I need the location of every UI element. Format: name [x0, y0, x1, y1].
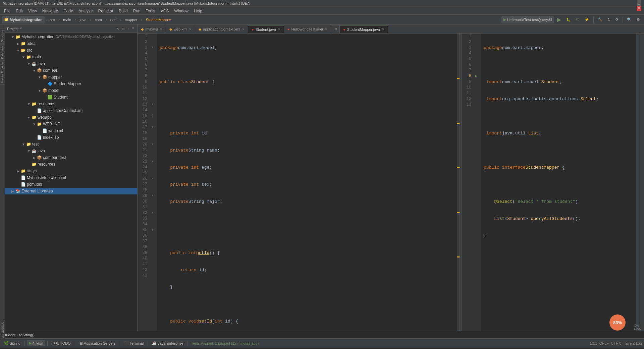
maven-tab[interactable]: Maven Projects	[0, 61, 5, 85]
tab-web-xml[interactable]: ◆ web.xml ✕	[166, 25, 195, 33]
tab-student-mapper[interactable]: ● StudentMapper.java ✕	[340, 25, 388, 33]
tree-item-model[interactable]: ▼ 📦 model	[5, 87, 137, 94]
tab-student-mapper-close[interactable]: ✕	[382, 27, 384, 31]
app-servers-btn[interactable]: 🖥 Application Servers	[77, 341, 118, 346]
tree-item-test-resources[interactable]: 📁 resources	[5, 161, 137, 168]
split-panel-btn[interactable]: ⊞	[332, 25, 340, 33]
java-enterprise-btn[interactable]: ☕ Java Enterprise	[150, 340, 185, 346]
tree-item-idea[interactable]: ▶ 📁 .idea	[5, 40, 137, 47]
menu-window[interactable]: Window	[171, 8, 191, 14]
debug-button[interactable]: 🐛	[564, 16, 573, 23]
tab-student-java[interactable]: ● Student.java ✕	[248, 25, 284, 33]
menu-code[interactable]: Code	[61, 8, 76, 14]
update-button[interactable]: ↻	[605, 16, 612, 23]
nav-java[interactable]: java	[77, 16, 88, 23]
nav-com[interactable]: com	[93, 16, 104, 23]
nav-studentmapper[interactable]: StudentMapper	[144, 16, 173, 23]
position-status[interactable]: 13:1	[590, 341, 597, 345]
coverage-button[interactable]: 🛡	[574, 16, 582, 23]
menu-tools[interactable]: Tools	[143, 8, 158, 14]
menu-vcs[interactable]: VCS	[158, 8, 172, 14]
tree-item-com-earl-test[interactable]: ▶ 📦 com.earl.test	[5, 154, 137, 161]
tree-item-root[interactable]: ▼ 📁 MybatisIntegration DA\项目\IntelliJIDE…	[5, 34, 137, 40]
build-button[interactable]: 🔨	[596, 16, 604, 23]
database-tab[interactable]: Database	[0, 44, 5, 61]
tree-item-index-jsp[interactable]: 📄 index.jsp	[5, 134, 137, 141]
right-code-content[interactable]: package com.earl.mapper; import com.earl…	[481, 34, 636, 331]
tree-item-student-mapper[interactable]: 🔷 StudentMapper	[5, 80, 137, 87]
run-status-btn[interactable]: ▶ 4: Run	[27, 340, 45, 346]
nav-mapper[interactable]: mapper	[123, 16, 139, 23]
menu-analyze[interactable]: Analyze	[76, 8, 96, 14]
tab-student-java-close[interactable]: ✕	[278, 27, 280, 31]
fold-icon-28[interactable]: ▼	[152, 176, 153, 182]
event-log-btn[interactable]: Event Log	[625, 341, 642, 345]
settings-button[interactable]: ⚙	[635, 16, 642, 23]
tree-item-src[interactable]: ▼ 📂 src	[5, 47, 137, 54]
tab-mybatis[interactable]: ◆ mybatis ✕	[138, 25, 166, 33]
profile-button[interactable]: ⚡	[583, 16, 591, 23]
maximize-button[interactable]: □	[637, 1, 641, 6]
tab-helloworld-close[interactable]: ✕	[325, 27, 327, 31]
tree-item-java[interactable]: ▼ ☕ java	[5, 60, 137, 67]
breadcrumb-tostring[interactable]: toString()	[19, 333, 35, 337]
tree-item-main[interactable]: ▼ 📁 main	[5, 54, 137, 60]
project-dropdown-arrow[interactable]: ▼	[20, 27, 22, 31]
tree-item-target[interactable]: ▶ 📁 target	[5, 168, 137, 174]
menu-view[interactable]: View	[25, 8, 40, 14]
tree-item-pom[interactable]: 📄 pom.xml	[5, 181, 137, 188]
fold-icon-17[interactable]: ▼	[152, 125, 153, 130]
todo-status-btn[interactable]: ☑ 6: TODO	[50, 340, 73, 346]
tree-item-web-xml[interactable]: 📄 web.xml	[5, 127, 137, 134]
tree-item-student[interactable]: 🟩 Student	[5, 94, 137, 101]
tree-item-iml[interactable]: 📄 MybatisIntegration.iml	[5, 174, 137, 181]
spring-status-btn[interactable]: 🌿 Spring	[2, 340, 22, 346]
fold-icon-24[interactable]: ▼	[152, 159, 153, 165]
tree-item-com-earl[interactable]: ▼ 📦 com.earl	[5, 67, 137, 74]
fold-icon-13[interactable]: ▼	[152, 102, 153, 108]
tab-app-ctx[interactable]: ◆ applicationContext.xml ✕	[195, 25, 248, 33]
line-ending-status[interactable]: CRLF	[599, 341, 609, 345]
project-button[interactable]: 📁 MybatisIntegration	[2, 16, 45, 23]
run-button[interactable]: ▶	[555, 16, 563, 23]
menu-navigate[interactable]: Navigate	[40, 8, 61, 14]
menu-refactor[interactable]: Refactor	[96, 8, 116, 14]
tab-helloworld-test[interactable]: ● HelloworldTest.java ✕	[284, 25, 331, 33]
panel-settings-btn[interactable]: ≡	[131, 26, 135, 31]
fold-icon-20[interactable]: ▼	[152, 142, 153, 148]
tree-item-web-inf[interactable]: ▼ 📁 WEB-INF	[5, 121, 137, 127]
tree-item-test[interactable]: ▼ 📁 test	[5, 141, 137, 148]
nav-earl[interactable]: earl	[108, 16, 118, 23]
close-button[interactable]: ✕	[637, 6, 641, 11]
tab-app-ctx-close[interactable]: ✕	[242, 27, 245, 31]
menu-file[interactable]: File	[1, 8, 13, 14]
fold-icon-15[interactable]: }	[152, 113, 153, 119]
menu-run[interactable]: Run	[130, 8, 143, 14]
run-gutter-icon[interactable]: ▶	[475, 73, 478, 79]
fold-icon-32[interactable]: ▼	[152, 193, 153, 199]
nav-src[interactable]: src	[48, 16, 57, 23]
menu-help[interactable]: Help	[191, 8, 205, 14]
gear-settings-btn[interactable]: ⚙	[116, 26, 121, 31]
reload-button[interactable]: ⟳	[613, 16, 621, 23]
menu-edit[interactable]: Edit	[13, 8, 25, 14]
collapse-all-btn[interactable]: ⬆	[126, 26, 130, 31]
tab-mybatis-close[interactable]: ✕	[160, 27, 162, 31]
tree-item-webapp[interactable]: ▼ 📁 webapp	[5, 114, 137, 121]
tree-item-resources[interactable]: ▼ 📁 resources	[5, 101, 137, 107]
tree-item-test-java[interactable]: ▼ ☕ java	[5, 148, 137, 154]
fold-icon-3[interactable]: ▼	[152, 45, 153, 51]
structure-tab[interactable]: Structure	[0, 28, 5, 44]
favorites-tab[interactable]: 2: Favorites	[0, 321, 5, 339]
menu-build[interactable]: Build	[116, 8, 130, 14]
encoding-status[interactable]: UTF-8	[611, 341, 621, 345]
scope-btn[interactable]: ◎	[121, 26, 125, 31]
tab-web-xml-close[interactable]: ✕	[189, 27, 192, 31]
tree-item-app-ctx[interactable]: 📄 applicationContext.xml	[5, 107, 137, 114]
fold-icon-40[interactable]: ▼	[152, 228, 153, 233]
left-code-area[interactable]: 1 2 3 4 5 6 7 8 9 10 11 12 13 14	[138, 34, 460, 331]
run-config-select[interactable]: ▶ HelloworldTest.testQueryAll	[501, 16, 554, 23]
nav-main[interactable]: main	[61, 16, 73, 23]
left-code-content[interactable]: package com.earl.model; public class Stu…	[157, 34, 457, 331]
tree-item-ext-libs[interactable]: ▶ 📚 External Libraries	[5, 188, 137, 194]
